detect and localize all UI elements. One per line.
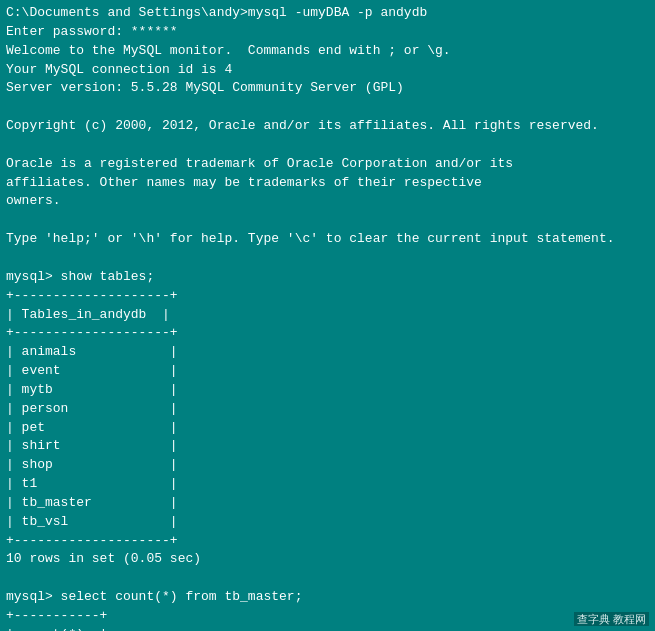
terminal-output: C:\Documents and Settings\andy>mysql -um…: [6, 4, 649, 631]
watermark: 查字典 教程网: [574, 612, 649, 627]
watermark-text: 查字典 教程网: [574, 612, 649, 626]
terminal-window: C:\Documents and Settings\andy>mysql -um…: [0, 0, 655, 631]
